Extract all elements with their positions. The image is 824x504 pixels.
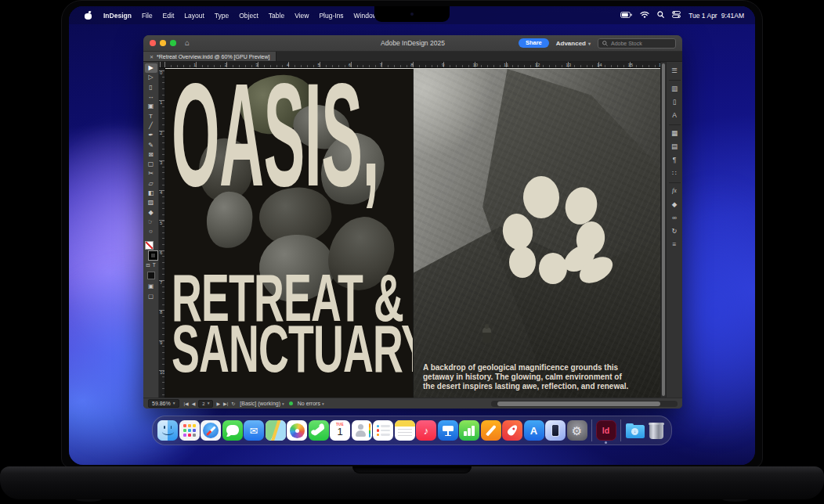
preflight-profile[interactable]: [Basic] (working) ▾ [240,401,284,406]
spotlight-search-icon[interactable] [657,11,664,20]
apply-color-button[interactable] [147,272,155,279]
dock-phone-icon[interactable] [309,420,329,441]
dock-pages-icon[interactable] [481,420,501,441]
previous-page-button[interactable]: ◀ [192,401,196,406]
cc-libraries-panel[interactable]: ▥ [668,82,681,95]
control-center-icon[interactable] [672,11,681,20]
headline-text[interactable]: OASIS,RETREAT &SANCTUARY [165,69,413,398]
menu-table[interactable]: Table [269,12,284,20]
formatting-affects-container-button[interactable]: ⊡ [146,262,150,268]
swatches-panel[interactable]: ▦ [668,127,681,139]
minimize-window-button[interactable] [160,40,166,46]
formatting-affects-text-button[interactable]: T [153,262,156,268]
preflight-errors[interactable]: No errors ▾ [298,401,324,406]
dock-mail-icon[interactable]: ✉ [244,420,264,441]
pages-panel[interactable]: ▯ [668,95,681,108]
last-page-button[interactable]: ▶| [223,401,228,406]
screen-mode-button[interactable]: ▢ [148,293,154,300]
properties-panel[interactable]: ☰ [668,64,681,77]
panel-menu[interactable]: ≡ [668,238,681,250]
dock-photos-icon[interactable] [287,420,307,441]
dock-reminders-icon[interactable] [373,420,393,441]
menu-layout[interactable]: Layout [184,12,204,20]
page-number-control[interactable]: 2 ▾ [198,400,213,408]
pen-tool[interactable]: ✒ [145,131,157,140]
zoom-level-control[interactable]: 59.86% ▾ [148,399,179,408]
apple-logo-icon[interactable] [85,12,92,20]
story-editor-panel[interactable]: ↻ [668,225,681,237]
color-theme-tool[interactable]: ◆ [145,207,157,217]
close-window-button[interactable] [150,40,156,46]
home-icon[interactable]: ⌂ [185,39,190,47]
document-spread[interactable]: OASIS,RETREAT &SANCTUARY [165,68,660,398]
vertical-ruler[interactable]: 012345678910 [159,68,165,398]
dock-launchpad-icon[interactable] [179,420,200,441]
dock-downloads-folder-icon[interactable]: ↓ [625,420,645,441]
caption-text[interactable]: A backdrop of geological magnificence gr… [423,363,653,391]
stroke-swatch[interactable] [149,251,157,260]
menu-indesign[interactable]: InDesign [103,12,132,20]
document-page-right[interactable]: A backdrop of geological magnificence gr… [413,69,660,398]
menu-type[interactable]: Type [215,12,229,20]
wifi-icon[interactable] [640,11,649,20]
gradient-feather-tool[interactable]: ▨ [145,198,157,207]
line-tool[interactable]: ╱ [145,121,157,131]
view-mode-button[interactable]: ▣ [148,283,154,290]
window-title-bar[interactable]: ⌂ Adobe InDesign 2025 Share Advanced ▾ A… [143,35,682,52]
zoom-window-button[interactable] [170,40,176,46]
horizontal-ruler[interactable]: 12345678910111213141516 [159,62,660,68]
workspace-switcher[interactable]: Advanced ▾ [556,40,591,47]
menu-file[interactable]: File [142,12,153,20]
headline-line[interactable]: SANCTUARY [172,322,413,376]
dock-system-settings-icon[interactable]: ⚙ [567,420,587,441]
vertical-scrollbar[interactable] [660,62,666,398]
dock-app-store-icon[interactable]: A [524,420,544,441]
tab-close-icon[interactable]: ✕ [150,54,154,59]
menu-object[interactable]: Object [239,12,258,20]
gradient-swatch-tool[interactable]: ◧ [145,189,157,198]
content-collector-tool[interactable]: ▣ [145,102,157,111]
document-page-left[interactable]: OASIS,RETREAT &SANCTUARY [165,69,413,398]
dock-trash-icon[interactable] [646,420,667,441]
dock-messages-icon[interactable] [222,420,243,441]
stone-ring-logo[interactable] [501,175,603,276]
gap-tool[interactable]: ↔ [145,92,157,102]
dock-notes-icon[interactable] [395,420,415,441]
next-page-button[interactable]: ▶ [216,401,220,406]
menu-plugins[interactable]: Plug-Ins [319,12,343,20]
layers-panel[interactable]: ▤ [668,140,681,153]
horizontal-scrollbar[interactable] [491,401,678,407]
document-canvas[interactable]: OASIS,RETREAT &SANCTUARY [165,68,660,398]
pencil-tool[interactable]: ✎ [145,140,157,149]
dock-calendar-icon[interactable]: Tue1 [330,420,350,441]
object-styles-panel[interactable]: ◆ [668,198,681,211]
dock-maps-icon[interactable] [266,420,286,441]
dock-numbers-icon[interactable] [459,420,479,441]
hand-tool[interactable]: ☞ [145,218,157,227]
rectangle-tool[interactable]: ▢ [145,160,157,169]
menu-view[interactable]: View [295,12,309,20]
dock-finder-icon[interactable] [157,420,178,441]
scrollbar-thumb[interactable] [662,63,665,396]
dock-safari-icon[interactable] [201,420,221,441]
effects-panel[interactable]: fx [668,185,681,197]
fill-swatch[interactable] [145,241,154,250]
menu-bar-clock[interactable]: Tue 1 Apr 9:41AM [688,12,744,20]
paragraph-styles-panel[interactable]: ¶ [668,153,681,166]
fill-stroke-swatches[interactable] [145,241,157,260]
dock-iphone-mirroring-icon[interactable] [545,420,566,441]
first-page-button[interactable]: |◀ [184,401,189,406]
scissors-tool[interactable]: ✂ [145,169,157,178]
menu-edit[interactable]: Edit [163,12,175,20]
dock-rocket-app-icon[interactable] [502,420,522,441]
battery-icon[interactable] [620,12,632,20]
zoom-tool[interactable]: ○ [145,227,157,236]
dock-indesign-icon[interactable]: Id [596,420,616,441]
direct-selection-tool[interactable]: ▷ [145,73,157,82]
headline-line[interactable]: OASIS, [172,75,379,196]
dock-music-icon[interactable]: ♪ [416,420,436,441]
selection-tool[interactable]: ▶ [145,63,157,73]
type-tool[interactable]: T [145,111,157,121]
document-tab[interactable]: ✕ *Retreat Overview.indd @ 60% [GPU Prev… [143,52,276,61]
links-panel[interactable]: ∞ [668,211,681,224]
